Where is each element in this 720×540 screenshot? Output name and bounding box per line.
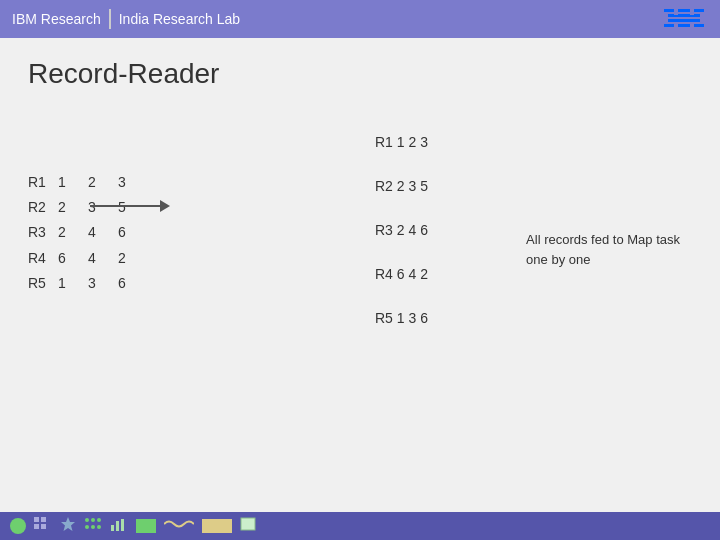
record-text: R3 2 4 6 bbox=[375, 222, 428, 238]
svg-rect-10 bbox=[34, 524, 39, 529]
subtitle: India Research Lab bbox=[119, 11, 240, 27]
row-label: R5 bbox=[28, 271, 48, 296]
svg-point-17 bbox=[91, 525, 95, 529]
record-r4: R4 6 4 2 bbox=[375, 266, 455, 282]
svg-rect-21 bbox=[121, 519, 124, 531]
svg-rect-5 bbox=[690, 9, 694, 15]
record-r5: R5 1 3 6 bbox=[375, 310, 455, 326]
left-table: R1 1 2 3 R2 2 3 5 R3 2 4 6 R4 6 4 2 R5 1… bbox=[28, 170, 138, 470]
record-text: R1 1 2 3 bbox=[375, 134, 428, 150]
svg-rect-4 bbox=[674, 9, 678, 15]
cell: 2 bbox=[58, 220, 78, 245]
ibm-logo-svg bbox=[664, 9, 704, 29]
cell: 1 bbox=[58, 271, 78, 296]
cell: 6 bbox=[118, 271, 138, 296]
cell: 6 bbox=[58, 246, 78, 271]
ibm-logo bbox=[664, 9, 704, 29]
center-records: R1 1 2 3 R2 2 3 5 R3 2 4 6 R4 6 4 2 R5 1… bbox=[138, 110, 692, 470]
table-row: R4 6 4 2 bbox=[28, 246, 138, 271]
svg-rect-3 bbox=[664, 24, 704, 27]
cell: 6 bbox=[118, 220, 138, 245]
cell: 2 bbox=[118, 246, 138, 271]
svg-point-16 bbox=[85, 525, 89, 529]
footer-snowflake-icon bbox=[60, 516, 76, 536]
svg-rect-20 bbox=[116, 521, 119, 531]
footer-circle-icon bbox=[10, 518, 26, 534]
svg-point-18 bbox=[97, 525, 101, 529]
table-row: R3 2 4 6 bbox=[28, 220, 138, 245]
svg-point-14 bbox=[91, 518, 95, 522]
table-row: R1 1 2 3 bbox=[28, 170, 138, 195]
footer-bars-icon bbox=[110, 517, 128, 535]
annotation-line1: All records fed to Map task bbox=[526, 232, 680, 247]
record-r1: R1 1 2 3 bbox=[375, 134, 455, 150]
svg-rect-0 bbox=[664, 9, 704, 12]
annotation: All records fed to Map task one by one bbox=[526, 230, 680, 269]
row-label: R3 bbox=[28, 220, 48, 245]
brand-name: IBM Research bbox=[12, 11, 101, 27]
row-label: R1 bbox=[28, 170, 48, 195]
page-title: Record-Reader bbox=[0, 38, 720, 90]
svg-rect-6 bbox=[674, 22, 678, 28]
header-divider bbox=[109, 9, 111, 29]
record-text: R4 6 4 2 bbox=[375, 266, 428, 282]
footer-dots-icon bbox=[84, 517, 102, 535]
annotation-line2: one by one bbox=[526, 252, 590, 267]
row-label: R2 bbox=[28, 195, 48, 220]
svg-rect-22 bbox=[241, 518, 255, 530]
cell: 1 bbox=[58, 170, 78, 195]
cell: 4 bbox=[88, 246, 108, 271]
svg-rect-7 bbox=[690, 22, 694, 28]
table-row: R5 1 3 6 bbox=[28, 271, 138, 296]
svg-rect-9 bbox=[41, 517, 46, 522]
record-text: R2 2 3 5 bbox=[375, 178, 428, 194]
header-bar: IBM Research India Research Lab bbox=[0, 0, 720, 38]
footer-square-icon bbox=[240, 517, 256, 535]
svg-rect-19 bbox=[111, 525, 114, 531]
record-r3: R3 2 4 6 bbox=[375, 222, 455, 238]
svg-rect-8 bbox=[34, 517, 39, 522]
cell: 2 bbox=[88, 170, 108, 195]
cell: 3 bbox=[118, 170, 138, 195]
record-r2: R2 2 3 5 bbox=[375, 178, 455, 194]
svg-point-15 bbox=[97, 518, 101, 522]
cell: 3 bbox=[88, 271, 108, 296]
footer-wave-icon bbox=[164, 517, 194, 535]
svg-rect-11 bbox=[41, 524, 46, 529]
record-text: R5 1 3 6 bbox=[375, 310, 428, 326]
svg-marker-12 bbox=[61, 517, 75, 531]
footer-tan-rect bbox=[202, 519, 232, 533]
row-label: R4 bbox=[28, 246, 48, 271]
cell: 2 bbox=[58, 195, 78, 220]
footer-green-rect bbox=[136, 519, 156, 533]
cell: 4 bbox=[88, 220, 108, 245]
footer-grid-icon bbox=[34, 517, 52, 535]
main-content: R1 1 2 3 R2 2 3 5 R3 2 4 6 R4 6 4 2 R5 1… bbox=[0, 100, 720, 480]
svg-rect-1 bbox=[668, 14, 700, 17]
svg-point-13 bbox=[85, 518, 89, 522]
footer-bar bbox=[0, 512, 720, 540]
svg-rect-2 bbox=[668, 19, 700, 22]
